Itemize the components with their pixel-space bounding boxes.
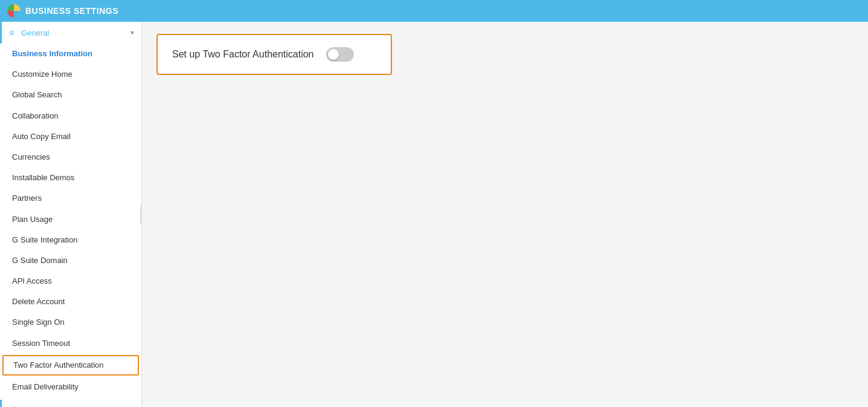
sidebar-section-general-header[interactable]: ≡ General ▾: [2, 22, 141, 44]
general-chevron-icon: ▾: [130, 28, 134, 37]
two-factor-auth-card: Set up Two Factor Authentication: [156, 34, 392, 75]
app-title: BUSINESS SETTINGS: [25, 6, 118, 16]
sidebar-item-plan-usage[interactable]: Plan Usage: [0, 209, 141, 230]
sidebar: ≡ General ▾ Business Information Customi…: [0, 22, 142, 407]
sidebar-item-installable-demos[interactable]: Installable Demos: [0, 168, 141, 188]
sidebar-item-delete-account[interactable]: Delete Account: [0, 291, 141, 312]
sidebar-section-security-header[interactable]: 🔒 Security ›: [0, 400, 141, 407]
sidebar-section-general: ≡ General ▾: [0, 22, 141, 44]
sidebar-item-session-timeout[interactable]: Session Timeout: [0, 333, 141, 354]
menu-icon: ≡: [9, 28, 14, 37]
sidebar-item-email-deliverability[interactable]: Email Deliverability: [0, 377, 141, 397]
sidebar-item-auto-copy-email[interactable]: Auto Copy Email: [0, 126, 141, 147]
sidebar-item-g-suite-integration[interactable]: G Suite Integration: [0, 230, 141, 250]
sidebar-collapse-handle[interactable]: ‹: [140, 206, 142, 224]
main-layout: ≡ General ▾ Business Information Customi…: [0, 22, 868, 407]
sidebar-item-partners[interactable]: Partners: [0, 188, 141, 209]
toggle-thumb: [328, 49, 339, 60]
sidebar-item-business-information[interactable]: Business Information: [0, 44, 141, 64]
sidebar-item-api-access[interactable]: API Access: [0, 271, 141, 291]
sidebar-general-label: General: [21, 28, 49, 37]
sidebar-item-customize-home[interactable]: Customize Home: [0, 64, 141, 85]
toggle-track: [326, 47, 354, 62]
sidebar-item-collaboration[interactable]: Collaboration: [0, 106, 141, 126]
topbar: BUSINESS SETTINGS: [0, 0, 868, 22]
main-content: Set up Two Factor Authentication: [142, 22, 868, 407]
sidebar-item-global-search[interactable]: Global Search: [0, 85, 141, 105]
sidebar-item-two-factor-authentication[interactable]: Two Factor Authentication: [2, 355, 139, 376]
app-logo: [7, 4, 21, 18]
card-title: Set up Two Factor Authentication: [172, 49, 314, 60]
sidebar-item-single-sign-on[interactable]: Single Sign On: [0, 312, 141, 333]
sidebar-item-g-suite-domain[interactable]: G Suite Domain: [0, 250, 141, 271]
sidebar-item-currencies[interactable]: Currencies: [0, 147, 141, 168]
two-factor-auth-toggle[interactable]: [326, 47, 354, 62]
